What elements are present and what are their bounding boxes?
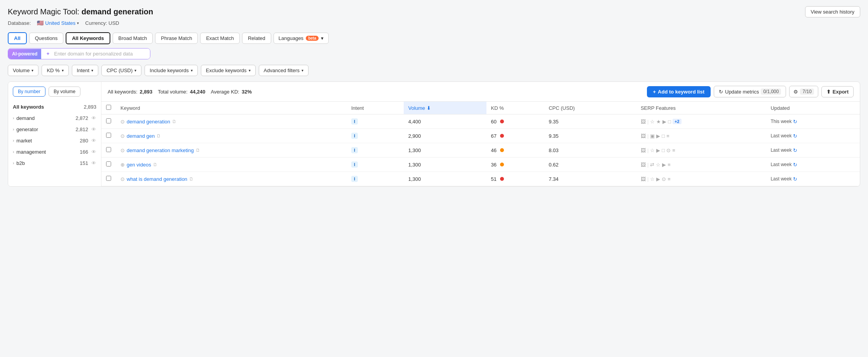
keyword-link[interactable]: ⊙ what is demand generation 🗋 [120, 176, 342, 182]
sidebar-all-keywords-count: 2,893 [84, 104, 96, 110]
page-icon: 🗋 [157, 133, 161, 138]
serp-play-icon: ▶ [656, 176, 660, 182]
database-country-link[interactable]: 🇺🇸 United States ▾ [37, 20, 79, 26]
serp-circle-icon: ⊙ [662, 176, 666, 182]
tab-questions[interactable]: Questions [29, 33, 64, 44]
tab-related[interactable]: Related [242, 33, 271, 44]
updated-cell: Last week ↻ [766, 172, 860, 186]
view-history-button[interactable]: View search history [805, 6, 860, 17]
refresh-icon[interactable]: ↻ [793, 133, 797, 139]
keyword-cell: ⊙ demand generation 🗋 [116, 114, 347, 129]
eye-icon[interactable]: 👁 [91, 160, 96, 166]
kd-value: 36 [491, 162, 497, 168]
filter-advanced[interactable]: Advanced filters ▾ [259, 65, 309, 76]
filter-volume[interactable]: Volume ▾ [8, 65, 38, 76]
sidebar-item-all-keywords[interactable]: All keywords 2,893 [8, 101, 101, 113]
update-metrics-button[interactable]: ↻ Update metrics 0/1,000 [714, 86, 786, 97]
sidebar: By number By volume All keywords 2,893 ›… [8, 82, 101, 186]
keyword-link[interactable]: ⊙ demand gen 🗋 [120, 133, 342, 139]
add-to-keyword-list-button[interactable]: + Add to keyword list [647, 86, 711, 97]
sort-by-volume-button[interactable]: By volume [49, 87, 80, 97]
updated-cell: Last week ↻ [766, 158, 860, 172]
volume-number: 4,400 [408, 119, 421, 125]
tab-broad-match[interactable]: Broad Match [113, 33, 153, 44]
flag-icon: 🇺🇸 [37, 20, 44, 26]
kd-indicator [500, 177, 504, 181]
tab-exact-match[interactable]: Exact Match [200, 33, 240, 44]
keyword-link[interactable]: ⊙ demand generation marketing 🗋 [120, 147, 342, 153]
export-button[interactable]: ⬆ Export [821, 86, 854, 97]
volume-cell: 1,300 [404, 158, 486, 172]
row-checkbox[interactable] [106, 176, 111, 181]
updated-text: Last week ↻ [770, 176, 855, 182]
filter-intent[interactable]: Intent ▾ [72, 65, 99, 76]
beta-badge: beta [306, 36, 319, 41]
keyword-link[interactable]: ⊙ demand generation 🗋 [120, 119, 342, 125]
languages-button[interactable]: Languages beta ▾ [274, 33, 329, 44]
volume-cell: 2,900 [404, 129, 486, 143]
filter-cpc[interactable]: CPC (USD) ▾ [101, 65, 141, 76]
volume-number: 1,300 [408, 147, 421, 153]
select-all-checkbox[interactable] [106, 105, 111, 110]
filter-exclude-keywords[interactable]: Exclude keywords ▾ [201, 65, 256, 76]
chevron-right-icon: › [13, 150, 14, 154]
keyword-cell: ⊙ what is demand generation 🗋 [116, 172, 347, 186]
cpc-cell: 0.62 [544, 158, 636, 172]
eye-icon[interactable]: 👁 [91, 127, 96, 132]
update-counter-badge: 0/1,000 [761, 88, 781, 95]
plus-icon: + [653, 89, 656, 95]
col-header-volume[interactable]: Volume ⬇ [404, 102, 486, 114]
stats-total-volume: 44,240 [190, 89, 206, 95]
kd-value: 60 [491, 119, 497, 125]
eye-icon[interactable]: 👁 [91, 115, 96, 121]
sidebar-item-market[interactable]: › market 280 👁 [8, 135, 101, 146]
eye-icon[interactable]: 👁 [91, 149, 96, 155]
intent-badge: I [351, 161, 358, 168]
page-icon: 🗋 [189, 177, 193, 181]
database-country: United States [45, 20, 75, 26]
languages-label: Languages [279, 35, 303, 41]
chevron-down-icon: ▾ [321, 35, 324, 41]
refresh-icon[interactable]: ↻ [793, 162, 797, 168]
serp-list-icon: ≡ [668, 162, 671, 168]
col-header-checkbox [101, 102, 116, 114]
serp-img-icon: 🖼 [641, 119, 646, 125]
sidebar-item-generator[interactable]: › generator 2,812 👁 [8, 124, 101, 135]
row-checkbox[interactable] [106, 118, 111, 123]
sidebar-item-management[interactable]: › management 166 👁 [8, 146, 101, 158]
serp-list-icon: ≡ [668, 176, 671, 182]
serp-cell: 🖼 | ▣ ▶ □ ≡ [636, 129, 766, 143]
keyword-cell: ⊙ demand gen 🗋 [116, 129, 347, 143]
sidebar-item-count: 280 [80, 138, 88, 144]
keyword-link[interactable]: ⊕ gen videos 🗋 [120, 162, 342, 168]
sort-by-number-button[interactable]: By number [13, 87, 45, 97]
row-checkbox[interactable] [106, 133, 111, 138]
refresh-icon[interactable]: ↻ [793, 147, 797, 153]
tab-all-keywords[interactable]: All Keywords [66, 32, 110, 44]
row-checkbox[interactable] [106, 161, 111, 166]
updated-cell: This week ↻ [766, 114, 860, 129]
ai-domain-input[interactable]: ✦ Enter domain for personalized data [41, 49, 150, 59]
settings-button[interactable]: ⚙ 7/10 [789, 86, 818, 97]
sidebar-item-demand[interactable]: › demand 2,872 👁 [8, 113, 101, 124]
refresh-icon[interactable]: ↻ [793, 176, 797, 182]
toolbar-right: + Add to keyword list ↻ Update metrics 0… [647, 86, 854, 97]
subtitle-row: Database: 🇺🇸 United States ▾ Currency: U… [8, 20, 860, 26]
gear-icon: ⚙ [793, 89, 798, 95]
add-keyword-label: Add to keyword list [658, 89, 704, 95]
serp-separator: | [647, 176, 648, 182]
filter-kd[interactable]: KD % ▾ [42, 65, 68, 76]
eye-icon[interactable]: 👁 [91, 138, 96, 144]
volume-number: 1,300 [408, 176, 421, 182]
refresh-icon[interactable]: ↻ [793, 119, 797, 125]
serp-img-icon: 🖼 [641, 162, 646, 168]
sidebar-item-label: demand [16, 115, 35, 121]
filter-include-keywords[interactable]: Include keywords ▾ [145, 65, 197, 76]
tab-phrase-match[interactable]: Phrase Match [155, 33, 198, 44]
sidebar-item-b2b[interactable]: › b2b 151 👁 [8, 158, 101, 169]
row-checkbox-cell [101, 114, 116, 129]
serp-img-icon: 🖼 [641, 133, 646, 139]
row-checkbox[interactable] [106, 147, 111, 152]
tab-all[interactable]: All [8, 32, 27, 44]
serp-icons: 🖼 | ⇄ ☆ ▶ ≡ [641, 162, 761, 168]
